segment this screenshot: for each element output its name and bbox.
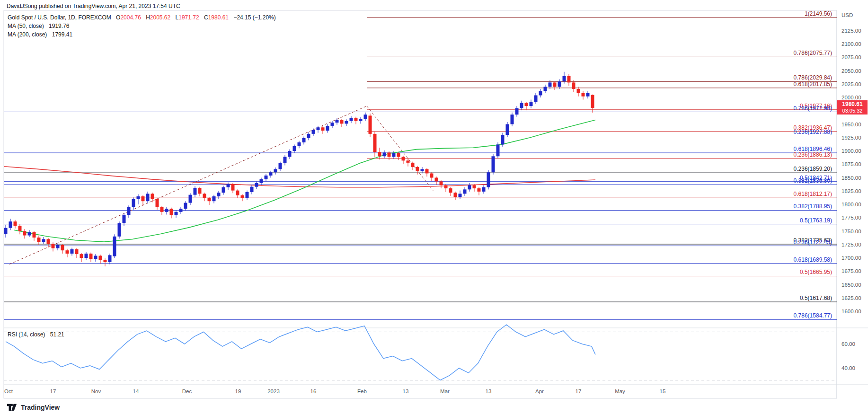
- candle-body[interactable]: [534, 95, 538, 102]
- candle-body[interactable]: [80, 254, 83, 258]
- candle-body[interactable]: [132, 199, 135, 207]
- candle-body[interactable]: [563, 76, 566, 81]
- candle-body[interactable]: [203, 194, 206, 198]
- symbol-legend[interactable]: Gold Spot / U.S. Dollar, 1D, FOREXCOM O2…: [8, 13, 276, 39]
- candle-body[interactable]: [326, 126, 329, 131]
- candle-body[interactable]: [213, 196, 216, 201]
- rsi-label[interactable]: RSI (14, close): [8, 331, 45, 338]
- candle-body[interactable]: [364, 115, 367, 119]
- rsi-line[interactable]: [6, 325, 595, 380]
- candle-body[interactable]: [189, 195, 192, 203]
- candle-body[interactable]: [331, 123, 334, 126]
- candle-body[interactable]: [478, 188, 481, 192]
- candle-body[interactable]: [241, 195, 244, 198]
- candle-body[interactable]: [520, 103, 523, 108]
- candle-body[interactable]: [553, 82, 557, 87]
- candle-body[interactable]: [227, 184, 230, 187]
- candle-body[interactable]: [118, 223, 121, 237]
- candle-body[interactable]: [250, 187, 254, 192]
- candle-body[interactable]: [459, 194, 462, 197]
- candle-body[interactable]: [9, 221, 12, 228]
- candle-body[interactable]: [99, 255, 102, 260]
- candle-body[interactable]: [23, 231, 27, 236]
- candle-body[interactable]: [416, 167, 419, 171]
- ma50-label[interactable]: MA (50, close): [8, 23, 44, 29]
- candle-body[interactable]: [260, 179, 263, 183]
- candle-body[interactable]: [236, 191, 239, 195]
- candle-body[interactable]: [449, 188, 452, 193]
- candle-body[interactable]: [156, 199, 159, 207]
- tradingview-logo-icon[interactable]: [7, 402, 17, 413]
- candle-body[interactable]: [383, 152, 386, 156]
- candle-body[interactable]: [85, 254, 88, 258]
- candle-body[interactable]: [127, 207, 131, 215]
- candle-body[interactable]: [312, 130, 315, 134]
- candle-body[interactable]: [151, 194, 154, 199]
- candle-body[interactable]: [425, 169, 429, 173]
- candle-body[interactable]: [231, 184, 235, 191]
- candle-body[interactable]: [378, 152, 381, 156]
- candle-body[interactable]: [283, 157, 287, 163]
- candle-body[interactable]: [577, 89, 580, 93]
- candle-body[interactable]: [525, 103, 528, 106]
- candle-body[interactable]: [4, 228, 8, 234]
- candle-body[interactable]: [354, 118, 358, 121]
- candle-body[interactable]: [397, 153, 400, 157]
- ma200-line[interactable]: [4, 167, 595, 187]
- candle-body[interactable]: [549, 82, 552, 87]
- candle-body[interactable]: [255, 183, 258, 187]
- candle-body[interactable]: [530, 102, 533, 106]
- ma200-label[interactable]: MA (200, close): [8, 31, 47, 38]
- candle-body[interactable]: [582, 93, 585, 97]
- candle-body[interactable]: [18, 226, 22, 231]
- candle-body[interactable]: [515, 108, 519, 115]
- candle-body[interactable]: [75, 249, 79, 254]
- candle-body[interactable]: [137, 196, 140, 199]
- candle-body[interactable]: [430, 173, 434, 177]
- candle-body[interactable]: [66, 250, 69, 254]
- candle-body[interactable]: [454, 193, 457, 197]
- chart-canvas[interactable]: USD2125.002100.002075.002050.002025.0020…: [0, 0, 868, 414]
- candle-body[interactable]: [567, 76, 571, 83]
- candle-body[interactable]: [37, 238, 41, 242]
- candle-body[interactable]: [217, 193, 221, 196]
- candle-body[interactable]: [336, 120, 339, 123]
- candle-body[interactable]: [208, 198, 211, 201]
- candle-body[interactable]: [269, 172, 273, 176]
- candle-body[interactable]: [539, 91, 542, 95]
- candle-body[interactable]: [175, 212, 178, 215]
- candle-body[interactable]: [56, 245, 60, 248]
- candle-body[interactable]: [321, 127, 325, 131]
- candle-body[interactable]: [14, 221, 17, 226]
- candle-body[interactable]: [411, 163, 415, 167]
- candle-body[interactable]: [302, 138, 306, 142]
- candle-body[interactable]: [435, 178, 438, 182]
- candle-body[interactable]: [496, 144, 500, 156]
- candle-body[interactable]: [61, 245, 64, 250]
- candle-body[interactable]: [492, 156, 495, 172]
- candle-body[interactable]: [279, 163, 282, 169]
- candle-body[interactable]: [274, 169, 277, 172]
- candle-body[interactable]: [407, 160, 410, 163]
- candle-body[interactable]: [544, 87, 547, 91]
- candle-body[interactable]: [307, 134, 310, 138]
- candle-body[interactable]: [402, 157, 405, 160]
- candle-body[interactable]: [369, 115, 372, 133]
- candle-body[interactable]: [222, 187, 225, 193]
- candle-body[interactable]: [350, 118, 353, 121]
- candle-body[interactable]: [28, 232, 31, 236]
- candle-body[interactable]: [482, 187, 486, 192]
- candle-body[interactable]: [359, 119, 363, 121]
- candle-body[interactable]: [142, 196, 145, 201]
- candle-body[interactable]: [123, 215, 126, 223]
- candle-body[interactable]: [184, 203, 187, 209]
- candle-body[interactable]: [198, 188, 202, 194]
- candle-body[interactable]: [108, 255, 112, 262]
- candle-body[interactable]: [340, 120, 344, 123]
- candle-body[interactable]: [94, 255, 97, 259]
- candle-body[interactable]: [47, 239, 50, 244]
- candle-body[interactable]: [421, 169, 424, 171]
- candle-body[interactable]: [298, 142, 301, 146]
- candle-body[interactable]: [440, 181, 443, 185]
- fib-trendline[interactable]: [367, 106, 433, 191]
